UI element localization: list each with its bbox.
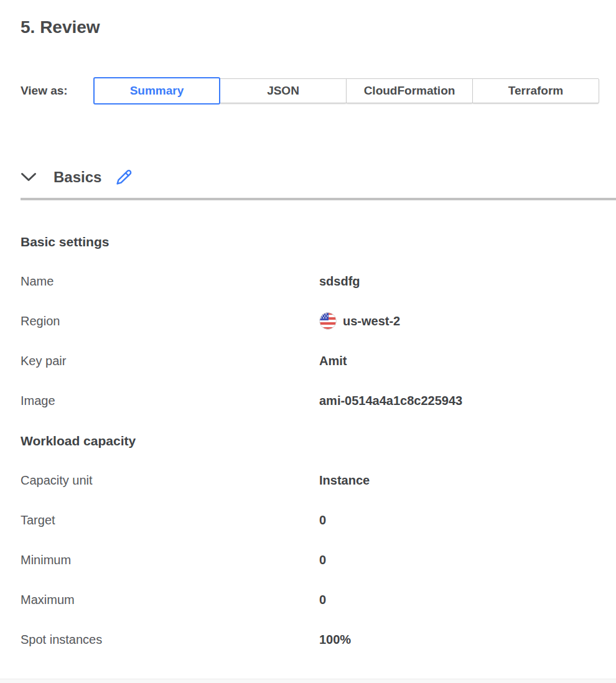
page-title: 5. Review (21, 17, 616, 37)
next-section-edge (0, 679, 616, 683)
row-key-pair: Key pair Amit (21, 353, 616, 368)
row-value: Instance (319, 473, 370, 488)
us-flag-icon (319, 312, 337, 330)
section-divider (21, 198, 616, 200)
row-label: Target (21, 513, 319, 527)
row-value: us-west-2 (319, 312, 400, 330)
row-capacity-unit: Capacity unit Instance (21, 473, 616, 488)
chevron-down-icon[interactable] (21, 172, 37, 182)
row-label: Maximum (21, 592, 319, 607)
group-heading: Basic settings (21, 234, 616, 250)
row-label: Key pair (21, 353, 319, 368)
region-value-text: us-west-2 (343, 314, 400, 328)
workload-capacity-group: Workload capacity Capacity unit Instance… (21, 433, 616, 647)
row-label: Spot instances (21, 632, 319, 647)
basic-settings-group: Basic settings Name sdsdfg Region (21, 234, 616, 408)
basics-section-header: Basics (21, 167, 616, 188)
view-as-label: View as: (21, 84, 93, 98)
view-as-segmented-control: Summary JSON CloudFormation Terraform (93, 77, 599, 105)
row-value: Amit (319, 353, 347, 368)
row-label: Region (21, 314, 319, 328)
row-value: sdsdfg (319, 274, 360, 289)
row-value: ami-0514a4a1c8c225943 (319, 393, 462, 408)
row-target: Target 0 (21, 513, 616, 527)
row-spot-instances: Spot instances 100% (21, 632, 616, 647)
section-title: Basics (54, 169, 101, 186)
row-minimum: Minimum 0 (21, 552, 616, 567)
review-page: 5. Review View as: Summary JSON CloudFor… (0, 0, 616, 683)
view-as-tab-terraform[interactable]: Terraform (472, 78, 599, 103)
row-label: Image (21, 393, 319, 408)
summary-content: Basic settings Name sdsdfg Region (21, 234, 616, 647)
row-maximum: Maximum 0 (21, 592, 616, 607)
view-as-tab-summary[interactable]: Summary (93, 77, 220, 105)
row-value: 0 (319, 592, 326, 607)
row-label: Minimum (21, 552, 319, 567)
row-image: Image ami-0514a4a1c8c225943 (21, 393, 616, 408)
group-heading: Workload capacity (21, 433, 616, 449)
view-as-tab-cloudformation[interactable]: CloudFormation (346, 78, 473, 103)
row-label: Name (21, 274, 319, 289)
pencil-icon[interactable] (115, 168, 133, 187)
view-as-row: View as: Summary JSON CloudFormation Ter… (21, 77, 616, 105)
row-value: 0 (319, 552, 326, 567)
view-as-tab-json[interactable]: JSON (220, 78, 347, 103)
row-region: Region (21, 314, 616, 328)
row-name: Name sdsdfg (21, 274, 616, 289)
row-value: 0 (319, 513, 326, 527)
row-value: 100% (319, 632, 351, 647)
row-label: Capacity unit (21, 473, 319, 488)
